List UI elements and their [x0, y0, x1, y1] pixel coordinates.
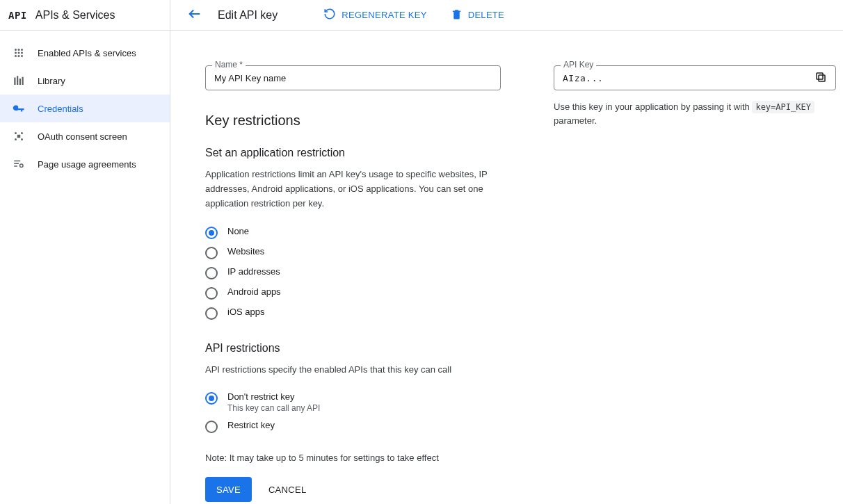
app-restriction-heading: Set an application restriction	[205, 147, 501, 159]
button-label: DELETE	[468, 10, 504, 20]
save-button[interactable]: SAVE	[205, 477, 252, 502]
svg-rect-11	[19, 79, 21, 85]
api-key-hint: Use this key in your application by pass…	[554, 100, 836, 127]
radio-option-none[interactable]: None	[205, 225, 501, 241]
topbar: Edit API key REGENERATE KEY DELETE	[170, 0, 843, 31]
svg-point-21	[20, 164, 24, 168]
radio-icon	[205, 307, 218, 320]
copy-key-button[interactable]	[812, 68, 830, 88]
sidebar-item-label: Credentials	[38, 104, 83, 114]
radio-label: None	[227, 226, 249, 236]
svg-point-14	[21, 132, 23, 134]
svg-point-13	[15, 132, 17, 134]
library-icon	[13, 74, 25, 87]
cancel-button[interactable]: CANCEL	[268, 485, 307, 495]
svg-rect-22	[819, 75, 825, 81]
radio-sublabel: This key can call any API	[227, 403, 320, 413]
form-column: Name * Key restrictions Set an applicati…	[205, 65, 501, 490]
svg-rect-10	[17, 76, 18, 85]
svg-point-0	[15, 49, 17, 51]
api-logo: API	[8, 10, 27, 21]
svg-rect-17	[17, 135, 21, 138]
sidebar-item-enabled-apis[interactable]: Enabled APIs & services	[0, 39, 170, 67]
main: Edit API key REGENERATE KEY DELETE Name …	[170, 0, 843, 504]
svg-rect-12	[22, 77, 24, 85]
name-input[interactable]	[205, 65, 501, 90]
name-field-label: Name *	[212, 60, 246, 70]
sidebar-item-agreements[interactable]: Page usage agreements	[0, 150, 170, 178]
app-restriction-radio-group: None Websites IP addresses Android apps	[205, 225, 501, 321]
consent-icon	[13, 130, 25, 143]
key-icon	[13, 102, 25, 115]
svg-point-16	[21, 138, 23, 140]
sidebar-item-credentials[interactable]: Credentials	[0, 95, 170, 122]
trash-icon	[451, 8, 463, 22]
sidebar-item-label: Library	[38, 76, 65, 86]
radio-option-android[interactable]: Android apps	[205, 285, 501, 301]
copy-icon	[814, 71, 827, 86]
svg-point-2	[21, 49, 23, 51]
radio-option-ios[interactable]: iOS apps	[205, 305, 501, 321]
svg-point-4	[21, 52, 23, 54]
svg-rect-9	[14, 78, 15, 86]
hint-text-after: parameter.	[554, 115, 597, 126]
svg-point-7	[21, 55, 23, 57]
svg-rect-23	[817, 73, 823, 79]
api-restriction-description: API restrictions specify the enabled API…	[205, 363, 490, 377]
settings-note: Note: It may take up to 5 minutes for se…	[205, 453, 501, 463]
radio-icon	[205, 421, 218, 433]
sidebar-item-oauth[interactable]: OAuth consent screen	[0, 122, 170, 150]
agreement-icon	[13, 158, 25, 170]
api-restriction-heading: API restrictions	[205, 342, 501, 355]
sidebar-item-label: Enabled APIs & services	[38, 48, 136, 58]
sidebar-item-library[interactable]: Library	[0, 67, 170, 95]
radio-icon	[205, 227, 218, 239]
delete-button[interactable]: DELETE	[445, 6, 510, 25]
radio-icon	[205, 287, 218, 300]
key-column: API Key AIza... Use this key in your app…	[554, 65, 836, 490]
sidebar-item-label: OAuth consent screen	[38, 131, 127, 142]
svg-rect-18	[14, 161, 20, 162]
refresh-icon	[323, 8, 336, 22]
svg-point-8	[18, 52, 20, 54]
regenerate-key-button[interactable]: REGENERATE KEY	[318, 5, 432, 25]
svg-point-3	[15, 52, 17, 54]
api-restriction-radio-group: Don't restrict key This key can call any…	[205, 390, 501, 434]
page-title: Edit API key	[218, 9, 278, 22]
radio-label: Android apps	[227, 286, 281, 297]
button-label: REGENERATE KEY	[342, 10, 426, 20]
radio-option-ip-addresses[interactable]: IP addresses	[205, 265, 501, 281]
radio-icon	[205, 267, 218, 279]
sidebar: API APIs & Services Enabled APIs & servi…	[0, 0, 170, 504]
api-key-wrapper: API Key AIza...	[554, 65, 836, 90]
button-row: SAVE CANCEL	[205, 477, 501, 502]
content: Name * Key restrictions Set an applicati…	[170, 31, 843, 504]
nav-list: Enabled APIs & services Library Credenti…	[0, 31, 170, 178]
radio-icon	[205, 392, 218, 405]
radio-label: IP addresses	[227, 266, 280, 277]
svg-rect-20	[14, 165, 17, 167]
svg-point-5	[15, 55, 17, 57]
sidebar-item-label: Page usage agreements	[38, 159, 136, 170]
radio-option-restrict[interactable]: Restrict key	[205, 418, 501, 434]
svg-rect-19	[14, 163, 19, 165]
svg-point-15	[15, 138, 17, 140]
product-header: API APIs & Services	[0, 0, 170, 31]
radio-label: Restrict key	[227, 420, 275, 430]
hint-text-before: Use this key in your application by pass…	[554, 101, 752, 112]
svg-point-6	[18, 55, 20, 57]
grid-dots-icon	[13, 47, 25, 59]
name-field-wrapper: Name *	[205, 65, 501, 90]
hint-code: key=API_KEY	[752, 101, 814, 113]
radio-option-dont-restrict[interactable]: Don't restrict key This key can call any…	[205, 390, 501, 414]
product-title: APIs & Services	[35, 9, 115, 22]
api-key-label: API Key	[561, 60, 596, 70]
radio-label: iOS apps	[227, 307, 264, 317]
svg-point-1	[18, 49, 20, 51]
app-restriction-description: Application restrictions limit an API ke…	[205, 168, 490, 211]
back-button[interactable]	[184, 3, 205, 26]
radio-icon	[205, 247, 218, 259]
api-key-value: AIza...	[563, 73, 806, 83]
arrow-left-icon	[187, 6, 202, 24]
radio-option-websites[interactable]: Websites	[205, 245, 501, 261]
